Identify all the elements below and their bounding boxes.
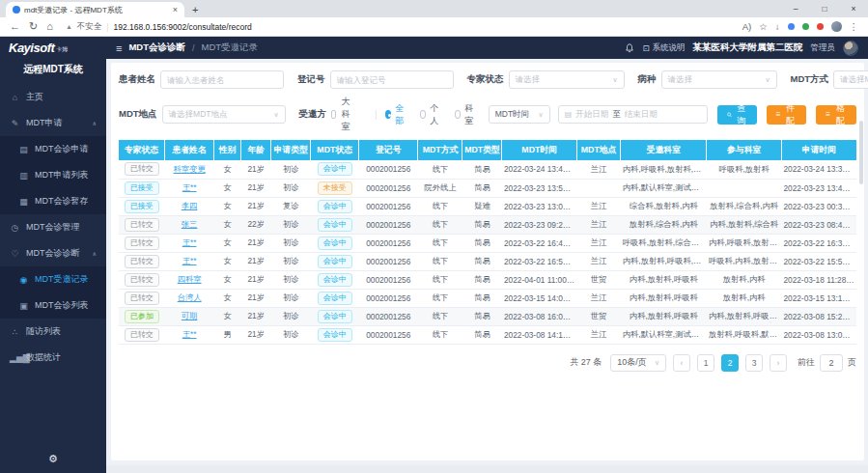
tab-close-icon[interactable]: × [173,5,178,14]
goto-page-input[interactable] [820,354,843,372]
patient-name-link[interactable]: 可期 [182,311,198,320]
search-icon [727,111,732,119]
page-size-select[interactable]: 10条/页 ∨ [610,354,666,372]
table-row[interactable]: 已接受李四女21岁复诊会诊中0002001256线下疑难2022-03-23 1… [119,197,856,215]
cell-age: 21岁 [240,270,270,289]
cell-expert_status: 已转交 [119,215,165,234]
radio-科室[interactable]: 科室 [455,102,476,127]
disease-select[interactable]: 请选择 ∨ [661,70,777,89]
radio-个人[interactable]: 个人 [420,102,441,127]
sidebar-item-home[interactable]: ⌂主页 [0,84,106,110]
home-icon[interactable]: ⌂ [46,21,53,32]
patient-name-link[interactable]: 科室变更 [174,164,206,174]
register-no-input[interactable] [330,70,454,89]
cell-mdt_time: 2022-03-22 16:40:00 [502,234,576,252]
window-minimize-button[interactable]: – [781,0,810,17]
record-table: 专家状态患者姓名性别年龄申请类型MDT状态登记号MDT方式MDT类型MDT时间M… [119,140,856,345]
patient-name-link[interactable]: 王** [182,182,197,192]
tab-title: mdt受邀记录 - 远程MDT系统 [24,5,169,15]
table-row[interactable]: 已转交台湾人女21岁初诊会诊中0002001256线下简易2022-03-15 … [119,289,856,307]
patient-name-link[interactable]: 李四 [182,201,198,210]
patient-name-link[interactable]: 张三 [182,219,198,229]
extension-icon[interactable] [817,23,824,30]
prev-page-button[interactable]: ‹ [673,354,690,372]
sidebar-item-mdt-invite-record[interactable]: ◉MDT受邀记录 [0,266,106,292]
patient-name-link[interactable]: 台湾人 [178,292,202,302]
sidebar-item-data-stats[interactable]: ▂▅▇数据统计 [0,345,106,371]
sidebar-item-label: MDT会诊管理 [26,221,80,234]
gear-icon[interactable]: ⚙ [48,453,58,465]
download-icon[interactable]: ↓ [775,22,780,32]
page-number-2[interactable]: 2 [721,354,739,372]
table-row[interactable]: 已转交四科室女21岁初诊会诊中0002001256线下简易2022-04-01 … [119,270,856,289]
patient-name-link[interactable]: 王** [182,329,197,339]
mdt-time-select[interactable]: MDT时间 ∨ [489,105,550,124]
table-row[interactable]: 已参加可期女21岁初诊会诊中0002001256线下简易2022-03-08 1… [119,307,856,325]
extension-icon[interactable] [788,23,795,30]
user-avatar[interactable] [843,41,858,56]
cell-mode: 线下 [418,307,462,325]
sidebar-item-mdt-consult-draft[interactable]: ▦MDT会诊暂存 [0,188,106,214]
read-aloud-icon[interactable]: A) [742,22,752,32]
window-close-button[interactable]: × [839,0,868,17]
refresh-icon[interactable]: ↻ [29,21,38,32]
table-row[interactable]: 已接受王**女21岁初诊未接受0002001256院外线上简易2022-03-2… [119,179,856,197]
cell-invited: 内科,默认科室,测试科室,放射科 [621,179,707,197]
sidebar-item-followup-list[interactable]: ∴随访列表 [0,319,106,345]
expert-status-select[interactable]: 请选择 ∨ [509,70,625,89]
table-row[interactable]: 已转交王**男21岁初诊会诊中0002001256线下简易2022-03-08 … [119,325,856,344]
table-config-button[interactable]: ≡ 表格配置 [816,105,856,125]
patient-name-link[interactable]: 王** [182,256,197,265]
browser-profile-avatar[interactable] [831,21,842,32]
browser-tab[interactable]: mdt受邀记录 - 远程MDT系统 × [6,2,184,17]
table-row[interactable]: 已转交王**女21岁初诊会诊中0002001256线下简易2022-03-22 … [119,252,856,270]
logo[interactable]: Kayisoft 卡姆 [0,37,106,59]
browser-menu-icon[interactable]: ⋮ [850,22,859,32]
new-tab-button[interactable]: + [192,4,198,15]
cell-apply_type: 复诊 [271,197,311,215]
cell-mdt_time: 2022-03-08 16:00:00 [502,307,576,325]
page-bottom-scrollbar[interactable] [106,465,868,473]
table-row[interactable]: 已转交王**女21岁初诊会诊中0002001256线下简易2022-03-22 … [119,234,856,252]
search-button[interactable]: 查询 [717,105,757,125]
sidebar-item-mdt-apply-list[interactable]: ▥MDT申请列表 [0,162,106,188]
cell-joined: 内科,放射科,呼吸科,测试科室 [707,307,781,325]
table-row[interactable]: 已转交张三女22岁初诊会诊中0002001256线下简易2022-03-23 0… [119,215,856,234]
table-row[interactable]: 已转交科室变更女21岁初诊会诊中0002001256线下简易2022-03-24… [119,160,856,179]
cell-apply_time: 2022-03-15 13:16:26 [781,289,856,307]
mdt-status-tag: 会诊中 [318,292,352,305]
sidebar-menu: ⌂主页✎MDT申请∧▤MDT会诊申请▥MDT申请列表▦MDT会诊暂存◷MDT会诊… [0,80,106,444]
sidebar-collapse-icon[interactable]: ≡ [116,42,122,54]
patient-name-link[interactable]: 四科室 [178,274,202,284]
mdt-place-label: MDT地点 [119,108,157,121]
sidebar-item-mdt-manage[interactable]: ◷MDT会诊管理 [0,214,106,240]
cell-mdt_time: 2022-03-23 09:20:00 [502,215,576,234]
cell-place: 兰江 [576,197,620,215]
cell-name: 科室变更 [165,160,214,179]
patient-name-link[interactable]: 王** [182,237,197,247]
patient-name-input[interactable] [160,70,284,89]
mdt-mode-select[interactable]: 请选择MDT方式 ∨ [833,70,868,89]
favorite-star-icon[interactable]: ☆ [759,22,768,32]
page-number-1[interactable]: 1 [697,354,714,372]
big-dept-checkbox[interactable] [331,110,336,119]
extension-icon[interactable] [802,23,809,30]
bell-icon[interactable] [625,43,634,53]
sidebar-item-mdt-apply[interactable]: ✎MDT申请∧ [0,110,106,136]
sidebar-item-mdt-diagnosis[interactable]: ♡MDT会诊诊断∧ [0,240,106,266]
back-icon[interactable]: ← [10,21,20,32]
system-help-link[interactable]: ⊡ 系统说明 [642,42,685,54]
window-maximize-button[interactable]: □ [810,0,839,17]
date-range-input[interactable]: ▤ 开始日期 至 结束日期 [558,105,708,124]
condition-config-button[interactable]: ≡ 条件配置 [767,105,807,125]
sidebar-item-mdt-consult-apply[interactable]: ▤MDT会诊申请 [0,136,106,162]
next-page-button[interactable]: › [770,354,787,372]
expert-status-tag: 已参加 [125,310,159,323]
radio-全部[interactable]: 全部 [385,102,406,127]
pagination: 共 27 条 10条/页 ∨ ‹ 123 › 前往 页 [119,354,856,372]
address-bar[interactable]: ▲ 不安全 | 192.168.0.156:9002/consultate/re… [66,21,252,33]
page-number-3[interactable]: 3 [745,354,763,372]
sidebar-item-mdt-consult-list[interactable]: ▣MDT会诊列表 [0,292,106,319]
content-scrollbar[interactable] [859,121,863,184]
mdt-place-select[interactable]: 请选择MDT地点 ∨ [162,105,286,124]
